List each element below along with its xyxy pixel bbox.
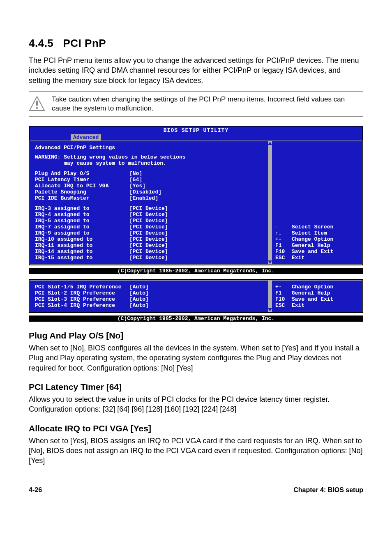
setting-value[interactable]: [Auto] bbox=[129, 302, 149, 309]
setting-row[interactable]: Palette Snooping[Disabled] bbox=[35, 189, 265, 195]
setting-label: IRQ-11 assigned to bbox=[35, 242, 129, 249]
help-text: General Help bbox=[292, 290, 330, 296]
bios-screen-1: BIOS SETUP UTILITY Advanced Advanced PCI… bbox=[29, 126, 363, 265]
setting-value[interactable]: [PCI Device] bbox=[129, 236, 168, 242]
bios-title: BIOS SETUP UTILITY bbox=[30, 127, 362, 134]
setting-value[interactable]: [No] bbox=[129, 170, 142, 177]
setting-label: IRQ-15 assigned to bbox=[35, 255, 129, 261]
setting-value[interactable]: [PCI Device] bbox=[129, 249, 168, 255]
help-row: F10Save and Exit bbox=[275, 249, 359, 255]
footer-chapter: Chapter 4: BIOS setup bbox=[293, 486, 363, 494]
help-row: ↑↓Select Item bbox=[275, 230, 359, 236]
help-text: Save and Exit bbox=[292, 249, 333, 255]
setting-label: IRQ-4 assigned to bbox=[35, 212, 129, 218]
setting-label: IRQ-3 assigned to bbox=[35, 205, 129, 212]
setting-label: Allocate IRQ to PCI VGA bbox=[35, 183, 129, 189]
svg-rect-1 bbox=[36, 101, 38, 106]
bios-left-panel: Advanced PCI/PnP Settings WARNING: Setti… bbox=[30, 141, 268, 265]
setting-row[interactable]: PCI Slot-2 IRQ Preference[Auto] bbox=[35, 290, 265, 296]
help-key: +- bbox=[275, 284, 292, 290]
setting-row[interactable]: IRQ-4 assigned to[PCI Device] bbox=[35, 212, 265, 218]
tab-advanced[interactable]: Advanced bbox=[71, 134, 101, 140]
help-text: General Help bbox=[292, 242, 330, 249]
svg-point-2 bbox=[36, 107, 38, 109]
help-row: F1General Help bbox=[275, 290, 359, 296]
setting-row[interactable]: PCI Slot-4 IRQ Preference[Auto] bbox=[35, 302, 265, 309]
subsection-body: When set to [No], BIOS configures all th… bbox=[29, 343, 363, 373]
bios-help-panel-2: +-Change OptionF1General HelpF10Save and… bbox=[272, 280, 362, 312]
scroll-down-icon[interactable] bbox=[268, 260, 272, 264]
setting-row[interactable]: Allocate IRQ to PCI VGA[Yes] bbox=[35, 183, 265, 189]
intro-paragraph: The PCI PnP menu items allow you to chan… bbox=[29, 55, 363, 85]
help-key: ← bbox=[275, 224, 292, 230]
setting-label: IRQ-7 assigned to bbox=[35, 224, 129, 230]
setting-value[interactable]: [PCI Device] bbox=[129, 212, 168, 218]
help-row: F1General Help bbox=[275, 242, 359, 249]
setting-value[interactable]: [Disabled] bbox=[129, 189, 161, 195]
help-row: ←Select Screen bbox=[275, 224, 359, 230]
setting-label: IRQ-14 assigned to bbox=[35, 249, 129, 255]
setting-value[interactable]: [PCI Device] bbox=[129, 218, 168, 224]
help-row: ESCExit bbox=[275, 255, 359, 261]
setting-row[interactable]: IRQ-3 assigned to[PCI Device] bbox=[35, 205, 265, 212]
bios-left-panel-2: PCI Slot-1/5 IRQ Preference[Auto]PCI Slo… bbox=[30, 280, 268, 312]
setting-value[interactable]: [PCI Device] bbox=[129, 224, 168, 230]
setting-label: PCI IDE BusMaster bbox=[35, 195, 129, 201]
setting-row[interactable]: PCI Latency Timer[64] bbox=[35, 177, 265, 183]
caution-text: Take caution when changing the settings … bbox=[52, 95, 363, 113]
setting-value[interactable]: [PCI Device] bbox=[129, 205, 168, 212]
setting-row[interactable]: IRQ-15 assigned to[PCI Device] bbox=[35, 255, 265, 261]
setting-value[interactable]: [Enabled] bbox=[129, 195, 158, 201]
setting-value[interactable]: [PCI Device] bbox=[129, 230, 168, 236]
help-key: ESC bbox=[275, 302, 292, 309]
help-text: Exit bbox=[292, 302, 304, 309]
help-key: ↑↓ bbox=[275, 230, 292, 236]
help-key: F10 bbox=[275, 249, 292, 255]
setting-label: PCI Slot-3 IRQ Preference bbox=[35, 296, 129, 302]
setting-row[interactable]: IRQ-5 assigned to[PCI Device] bbox=[35, 218, 265, 224]
setting-label: IRQ-5 assigned to bbox=[35, 218, 129, 224]
setting-label: PCI Slot-4 IRQ Preference bbox=[35, 302, 129, 309]
help-row: ESCExit bbox=[275, 302, 359, 309]
section-number: 4.4.5 bbox=[29, 37, 53, 49]
bios-scrollbar[interactable] bbox=[268, 141, 272, 265]
scroll-down-icon[interactable] bbox=[268, 308, 272, 311]
setting-value[interactable]: [Auto] bbox=[129, 284, 149, 290]
bios-tabbar: Advanced bbox=[30, 134, 362, 140]
setting-row[interactable]: PCI IDE BusMaster[Enabled] bbox=[35, 195, 265, 201]
bios-panel-heading: Advanced PCI/PnP Settings bbox=[35, 145, 265, 151]
setting-row[interactable]: PCI Slot-1/5 IRQ Preference[Auto] bbox=[35, 284, 265, 290]
setting-label: PCI Slot-1/5 IRQ Preference bbox=[35, 284, 129, 290]
setting-label: Plug And Play O/S bbox=[35, 170, 129, 177]
setting-label: PCI Slot-2 IRQ Preference bbox=[35, 290, 129, 296]
help-text: Exit bbox=[292, 255, 304, 261]
setting-label: PCI Latency Timer bbox=[35, 177, 129, 183]
bios-screen-2: PCI Slot-1/5 IRQ Preference[Auto]PCI Slo… bbox=[29, 279, 363, 313]
bios-scrollbar-2[interactable] bbox=[268, 280, 272, 312]
setting-row[interactable]: IRQ-11 assigned to[PCI Device] bbox=[35, 242, 265, 249]
setting-row[interactable]: IRQ-10 assigned to[PCI Device] bbox=[35, 236, 265, 242]
help-key: F1 bbox=[275, 242, 292, 249]
setting-value[interactable]: [PCI Device] bbox=[129, 255, 168, 261]
setting-row[interactable]: IRQ-7 assigned to[PCI Device] bbox=[35, 224, 265, 230]
bios-copyright-1: (C)Copyright 1985-2002, American Megatre… bbox=[29, 268, 363, 274]
caution-callout: Take caution when changing the settings … bbox=[29, 91, 363, 117]
help-key: F10 bbox=[275, 296, 292, 302]
subsection-body: When set to [Yes], BIOS assigns an IRQ t… bbox=[29, 436, 363, 466]
setting-value[interactable]: [Yes] bbox=[129, 183, 145, 189]
help-key: +- bbox=[275, 236, 292, 242]
scroll-up-icon[interactable] bbox=[268, 142, 272, 145]
footer-page-number: 4-26 bbox=[29, 486, 42, 494]
section-title: PCI PnP bbox=[63, 37, 106, 49]
setting-value[interactable]: [Auto] bbox=[129, 296, 149, 302]
setting-row[interactable]: PCI Slot-3 IRQ Preference[Auto] bbox=[35, 296, 265, 302]
subsection-heading: Plug And Play O/S [No] bbox=[29, 331, 363, 341]
subsection-body: Allows you to select the value in units … bbox=[29, 394, 363, 415]
setting-row[interactable]: Plug And Play O/S[No] bbox=[35, 170, 265, 177]
setting-value[interactable]: [64] bbox=[129, 177, 142, 183]
setting-value[interactable]: [Auto] bbox=[129, 290, 149, 296]
caution-icon bbox=[29, 96, 45, 112]
setting-row[interactable]: IRQ-14 assigned to[PCI Device] bbox=[35, 249, 265, 255]
setting-value[interactable]: [PCI Device] bbox=[129, 242, 168, 249]
setting-row[interactable]: IRQ-9 assigned to[PCI Device] bbox=[35, 230, 265, 236]
